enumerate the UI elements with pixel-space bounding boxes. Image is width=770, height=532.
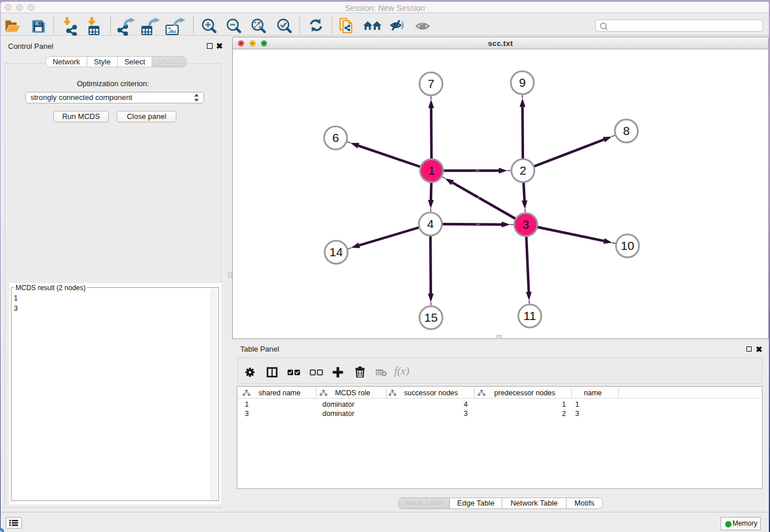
svg-text:10: 10 <box>621 239 634 252</box>
svg-text:4: 4 <box>427 217 434 230</box>
svg-text:14: 14 <box>329 245 343 259</box>
svg-text:6: 6 <box>332 131 339 144</box>
svg-text:15: 15 <box>424 311 437 324</box>
svg-text:11: 11 <box>523 309 536 322</box>
svg-text:9: 9 <box>519 76 526 89</box>
svg-text:8: 8 <box>623 124 630 137</box>
svg-text:3: 3 <box>522 218 529 231</box>
svg-text:2: 2 <box>519 164 526 177</box>
svg-text:7: 7 <box>428 77 434 90</box>
svg-text:1: 1 <box>428 164 435 177</box>
